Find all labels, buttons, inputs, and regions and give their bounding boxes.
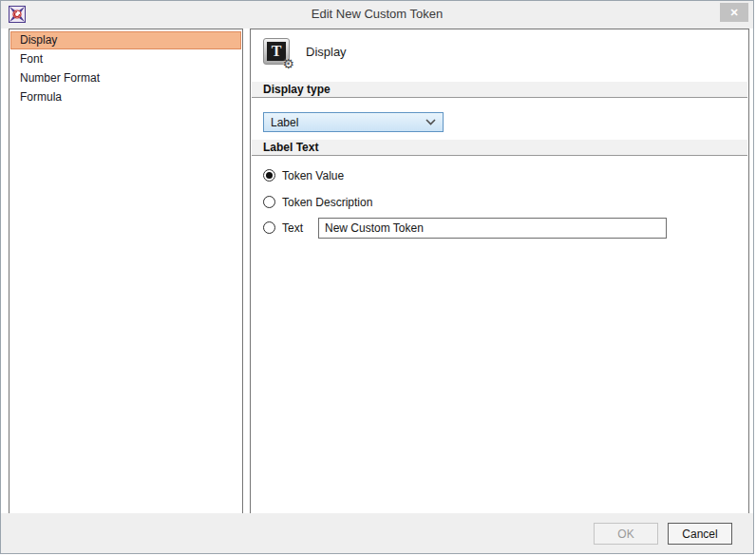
pane-title: Display (306, 45, 347, 59)
radio-button-icon[interactable] (263, 196, 275, 208)
display-settings-pane: T ⚙ Display Display type Label Label Tex… (250, 29, 749, 515)
sidebar-item-font[interactable]: Font (10, 49, 241, 68)
close-button[interactable]: ✕ (720, 3, 748, 22)
sidebar-item-number-format[interactable]: Number Format (10, 68, 241, 87)
close-icon: ✕ (729, 7, 738, 19)
display-type-section-header: Display type (252, 82, 747, 98)
gear-icon: ⚙ (282, 57, 294, 70)
ok-button[interactable]: OK (594, 523, 658, 545)
titlebar: Edit New Custom Token ✕ (1, 1, 753, 29)
radio-token-description-label: Token Description (282, 196, 372, 209)
cancel-button[interactable]: Cancel (668, 523, 732, 545)
radio-button-icon[interactable] (263, 221, 275, 234)
custom-text-input[interactable] (318, 218, 667, 239)
sidebar-item-formula[interactable]: Formula (10, 87, 241, 106)
radio-text-label: Text (282, 221, 303, 235)
ok-button-label: OK (617, 527, 633, 541)
radio-token-value[interactable]: Token Value (263, 168, 344, 182)
radio-text[interactable]: Text (263, 220, 303, 235)
footer-bar: OK Cancel (1, 513, 753, 553)
chevron-down-icon (425, 119, 436, 125)
radio-token-description[interactable]: Token Description (263, 195, 372, 209)
token-display-icon: T ⚙ (263, 38, 290, 65)
edit-custom-token-dialog: Edit New Custom Token ✕ Display Font Num… (0, 0, 754, 554)
category-list: Display Font Number Format Formula (9, 29, 243, 515)
display-type-dropdown[interactable]: Label (263, 112, 444, 132)
radio-token-value-label: Token Value (282, 169, 344, 182)
radio-button-icon[interactable] (263, 169, 275, 182)
cancel-button-label: Cancel (682, 527, 717, 541)
sidebar-item-display[interactable]: Display (10, 31, 241, 49)
dialog-title: Edit New Custom Token (1, 7, 753, 21)
display-type-value: Label (271, 116, 298, 129)
label-text-section-header: Label Text (252, 140, 747, 156)
